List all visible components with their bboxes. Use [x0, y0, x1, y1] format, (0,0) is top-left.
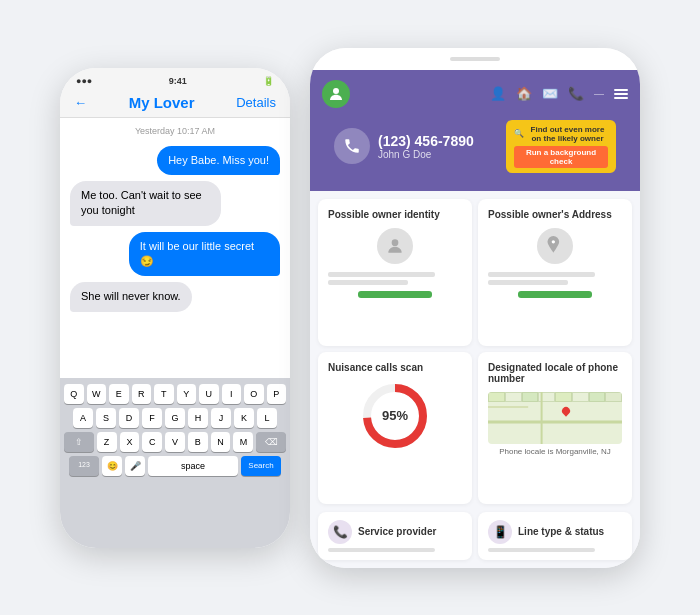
svg-point-1: [392, 239, 399, 246]
key-i[interactable]: I: [222, 384, 242, 404]
svg-point-2: [552, 240, 555, 243]
key-y[interactable]: Y: [177, 384, 197, 404]
left-phone: ●●● 9:41 🔋 ← My Lover Details Yesterday …: [60, 68, 290, 548]
background-check-button[interactable]: Run a background check: [514, 146, 608, 168]
service-provider-icon: 📞: [328, 520, 352, 544]
key-123[interactable]: 123: [69, 456, 99, 476]
key-q[interactable]: Q: [64, 384, 84, 404]
key-u[interactable]: U: [199, 384, 219, 404]
key-shift[interactable]: ⇧: [64, 432, 94, 452]
map-visual: [488, 392, 622, 444]
header-top: 👤 🏠 ✉️ 📞 —: [322, 80, 628, 108]
status-bar: ●●● 9:41 🔋: [60, 68, 290, 90]
card-title-identity: Possible owner identity: [328, 209, 462, 220]
avatar: [322, 80, 350, 108]
key-o[interactable]: O: [244, 384, 264, 404]
donut-chart: 95%: [328, 381, 462, 451]
key-g[interactable]: G: [165, 408, 185, 428]
phone-info-text: (123) 456-7890 John G Doe: [378, 133, 498, 160]
key-c[interactable]: C: [142, 432, 162, 452]
key-j[interactable]: J: [211, 408, 231, 428]
key-v[interactable]: V: [165, 432, 185, 452]
key-n[interactable]: N: [211, 432, 231, 452]
view-address-button[interactable]: [518, 291, 592, 298]
card-title-nuisance: Nuisance calls scan: [328, 362, 462, 373]
view-button[interactable]: [358, 291, 432, 298]
key-l[interactable]: L: [257, 408, 277, 428]
mail-icon[interactable]: ✉️: [542, 86, 558, 101]
key-z[interactable]: Z: [97, 432, 117, 452]
key-e[interactable]: E: [109, 384, 129, 404]
divider: —: [594, 88, 604, 99]
service-provider-header: 📞 Service provider: [328, 520, 462, 544]
card-owner-identity: Possible owner identity: [318, 199, 472, 346]
header-icons: 👤 🏠 ✉️ 📞 —: [490, 86, 628, 101]
key-x[interactable]: X: [120, 432, 140, 452]
key-d[interactable]: D: [119, 408, 139, 428]
address-icon: [488, 228, 622, 264]
key-h[interactable]: H: [188, 408, 208, 428]
app-header: 👤 🏠 ✉️ 📞 — (: [310, 70, 640, 191]
donut-value: 95%: [382, 408, 408, 423]
menu-button[interactable]: [614, 89, 628, 99]
message-bubble-3: It will be our little secret 😏: [129, 232, 280, 277]
time: 9:41: [169, 76, 187, 86]
identity-icon: [328, 228, 462, 264]
key-search[interactable]: Search: [241, 456, 281, 476]
blurred-address-data: [488, 272, 622, 285]
imessage-nav: ← My Lover Details: [60, 90, 290, 118]
cta-box[interactable]: 🔍 Find out even more on the likely owner…: [506, 120, 616, 173]
phone-number: (123) 456-7890: [378, 133, 498, 149]
card-nuisance-scan: Nuisance calls scan 95%: [318, 352, 472, 504]
person-icon[interactable]: 👤: [490, 86, 506, 101]
card-line-type: 📱 Line type & status: [478, 512, 632, 560]
contact-name: My Lover: [129, 94, 195, 111]
cta-text: 🔍 Find out even more on the likely owner: [514, 125, 608, 143]
phone-info-bar: (123) 456-7890 John G Doe 🔍 Find out eve…: [322, 116, 628, 183]
service-blur: [328, 548, 435, 552]
card-locale: Designated locale of phone number: [478, 352, 632, 504]
line-type-header: 📱 Line type & status: [488, 520, 622, 544]
key-r[interactable]: R: [132, 384, 152, 404]
card-owner-address: Possible owner's Address: [478, 199, 632, 346]
key-p[interactable]: P: [267, 384, 287, 404]
key-backspace[interactable]: ⌫: [256, 432, 286, 452]
phone-owner-name: John G Doe: [378, 149, 498, 160]
message-bubble-4: She will never know.: [70, 282, 192, 311]
home-icon[interactable]: 🏠: [516, 86, 532, 101]
key-a[interactable]: A: [73, 408, 93, 428]
line-blur: [488, 548, 595, 552]
blurred-data: [328, 272, 462, 285]
signal-icon: ●●●: [76, 76, 92, 86]
service-provider-title: Service provider: [358, 526, 436, 537]
key-k[interactable]: K: [234, 408, 254, 428]
keyboard[interactable]: Q W E R T Y U I O P A S D F G H: [60, 378, 290, 548]
key-space[interactable]: space: [148, 456, 238, 476]
battery-icon: 🔋: [263, 76, 274, 86]
card-title-address: Possible owner's Address: [488, 209, 622, 220]
back-button[interactable]: ←: [74, 95, 87, 110]
card-title-locale: Designated locale of phone number: [488, 362, 622, 384]
line-type-title: Line type & status: [518, 526, 604, 537]
key-t[interactable]: T: [154, 384, 174, 404]
messages-area: Yesterday 10:17 AM Hey Babe. Miss you! M…: [60, 118, 290, 378]
key-f[interactable]: F: [142, 408, 162, 428]
map-caption: Phone locale is Morganville, NJ: [488, 447, 622, 456]
key-b[interactable]: B: [188, 432, 208, 452]
card-service-provider: 📞 Service provider: [318, 512, 472, 560]
line-type-icon: 📱: [488, 520, 512, 544]
key-mic[interactable]: 🎤: [125, 456, 145, 476]
notch: [310, 48, 640, 70]
right-phone: 👤 🏠 ✉️ 📞 — (: [310, 48, 640, 568]
phone-circle-icon: [334, 128, 370, 164]
key-s[interactable]: S: [96, 408, 116, 428]
details-button[interactable]: Details: [236, 95, 276, 110]
key-m[interactable]: M: [233, 432, 253, 452]
svg-point-0: [333, 88, 339, 94]
cards-grid: Possible owner identity Possible owner's: [310, 191, 640, 512]
key-w[interactable]: W: [87, 384, 107, 404]
timestamp: Yesterday 10:17 AM: [70, 126, 280, 136]
key-emoji[interactable]: 😊: [102, 456, 122, 476]
bottom-row: 📞 Service provider 📱 Line type & status: [310, 512, 640, 568]
phone-icon[interactable]: 📞: [568, 86, 584, 101]
